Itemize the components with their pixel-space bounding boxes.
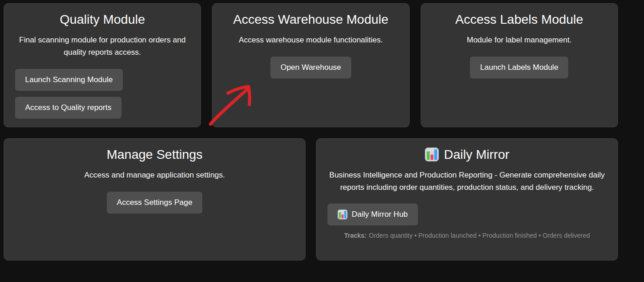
access-quality-reports-button[interactable]: Access to Quality reports <box>15 97 121 119</box>
tracks-footer: Tracks:Orders quantity • Production laun… <box>327 231 607 240</box>
launch-scanning-module-button[interactable]: Launch Scanning Module <box>15 69 123 91</box>
bar-chart-icon <box>338 209 348 219</box>
card-daily-mirror: Daily Mirror Business Intelligence and P… <box>316 138 618 261</box>
card-quality-module: Quality Module Final scanning module for… <box>4 3 201 127</box>
card-title: Access Labels Module <box>432 12 607 27</box>
button-stack: Launch Scanning Module Access to Quality… <box>15 69 190 119</box>
card-title-text: Daily Mirror <box>444 147 509 162</box>
card-manage-settings: Manage Settings Access and manage applic… <box>4 138 306 261</box>
card-title: Daily Mirror <box>327 147 607 162</box>
tracks-label: Tracks: <box>344 232 366 239</box>
card-warehouse-module: Access Warehouse Module Access warehouse… <box>212 3 409 127</box>
open-warehouse-button[interactable]: Open Warehouse <box>270 57 351 78</box>
card-title: Quality Module <box>15 12 190 27</box>
card-title: Access Warehouse Module <box>223 12 398 27</box>
bottom-row: Manage Settings Access and manage applic… <box>4 138 618 261</box>
card-title: Manage Settings <box>15 147 294 162</box>
card-description: Final scanning module for production ord… <box>15 34 190 58</box>
card-description: Business Intelligence and Production Rep… <box>327 169 607 193</box>
module-dashboard: Quality Module Final scanning module for… <box>4 3 618 261</box>
card-description: Access warehouse module functionalities. <box>223 34 398 46</box>
top-row: Quality Module Final scanning module for… <box>4 3 618 127</box>
bar-chart-icon <box>425 147 439 162</box>
card-description: Access and manage application settings. <box>15 169 294 181</box>
tracks-items: Orders quantity • Production launched • … <box>369 232 590 239</box>
daily-mirror-hub-button[interactable]: Daily Mirror Hub <box>327 204 418 225</box>
launch-labels-module-button[interactable]: Launch Labels Module <box>470 57 568 78</box>
access-settings-page-button[interactable]: Access Settings Page <box>107 192 202 214</box>
daily-mirror-hub-button-label: Daily Mirror Hub <box>352 209 408 219</box>
card-labels-module: Access Labels Module Module for label ma… <box>421 3 618 127</box>
card-description: Module for label management. <box>432 34 607 46</box>
